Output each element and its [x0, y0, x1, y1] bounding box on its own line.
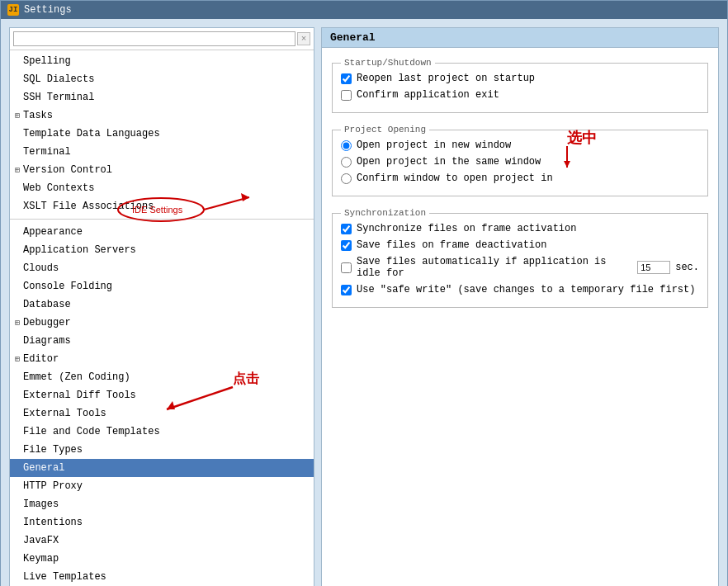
save-deactivation-label: Save files on frame deactivation [357, 239, 546, 251]
sidebar-item-intentions[interactable]: Intentions [10, 513, 314, 532]
safe-write-row: Use "safe write" (save changes to a temp… [341, 284, 699, 295]
sidebar-item-images[interactable]: Images [10, 495, 314, 513]
sync-frame-row: Synchronize files on frame activation [341, 223, 699, 234]
window-title: Settings [24, 4, 72, 16]
safe-write-label: Use "safe write" (save changes to a temp… [357, 284, 695, 295]
save-idle-checkbox[interactable] [341, 262, 352, 273]
save-idle-label: Save files automatically if application … [357, 256, 632, 279]
reopen-last-row: Reopen last project on startup [341, 73, 699, 84]
sidebar-item-database[interactable]: Database [10, 295, 314, 314]
right-panel: General Startup/Shutdown Reopen last pro… [321, 27, 719, 586]
search-clear-button[interactable]: × [297, 32, 310, 45]
sidebar-item-external-diff-tools[interactable]: External Diff Tools [10, 386, 314, 404]
tree-separator [10, 219, 314, 220]
sidebar-item-tasks[interactable]: ⊞Tasks [10, 106, 314, 125]
startup-shutdown-section: Startup/Shutdown Reopen last project on … [332, 58, 708, 113]
main-content: × Spelling SQL Dialects SSH Terminal ⊞Ta… [1, 19, 727, 586]
synchronization-legend: Synchronization [341, 208, 429, 218]
sidebar-item-version-control[interactable]: ⊞Version Control [10, 161, 314, 179]
sidebar-item-keymap[interactable]: Keymap [10, 550, 314, 568]
sidebar-item-console-folding[interactable]: Console Folding [10, 277, 314, 295]
open-new-window-label: Open project in new window [357, 139, 511, 151]
project-opening-legend: Project Opening [341, 125, 429, 135]
sidebar-item-spelling[interactable]: Spelling [10, 52, 314, 70]
title-bar: JI Settings [1, 1, 727, 19]
confirm-exit-checkbox[interactable] [341, 90, 352, 101]
sidebar-item-xslt-file-associations[interactable]: XSLT File Associations [10, 197, 314, 215]
safe-write-checkbox[interactable] [341, 285, 352, 295]
sidebar-item-application-servers[interactable]: Application Servers [10, 241, 314, 259]
sidebar-item-debugger[interactable]: ⊞Debugger [10, 314, 314, 332]
sidebar-item-sql-dialects[interactable]: SQL Dialects [10, 70, 314, 88]
tree-list: Spelling SQL Dialects SSH Terminal ⊞Task… [10, 50, 314, 586]
reopen-last-checkbox[interactable] [341, 73, 352, 84]
confirm-exit-row: Confirm application exit [341, 89, 699, 101]
sidebar-item-javafx[interactable]: JavaFX [10, 532, 314, 550]
open-same-window-label: Open project in the same window [357, 156, 541, 168]
sync-frame-checkbox[interactable] [341, 224, 352, 234]
open-new-window-row: Open project in new window [341, 139, 699, 151]
confirm-window-radio[interactable] [341, 173, 352, 184]
search-input[interactable] [13, 31, 295, 46]
sidebar-item-clouds[interactable]: Clouds [10, 259, 314, 277]
sidebar-item-diagrams[interactable]: Diagrams [10, 332, 314, 350]
synchronization-section: Synchronization Synchronize files on fra… [332, 208, 708, 308]
reopen-last-label: Reopen last project on startup [357, 73, 535, 84]
search-bar: × [10, 28, 314, 50]
sidebar-item-http-proxy[interactable]: HTTP Proxy [10, 477, 314, 495]
confirm-exit-label: Confirm application exit [357, 89, 499, 101]
sidebar-item-general[interactable]: General [10, 459, 314, 477]
open-same-window-radio[interactable] [341, 157, 352, 168]
project-opening-section: Project Opening Open project in new wind… [332, 125, 708, 196]
sidebar-item-file-code-templates[interactable]: File and Code Templates [10, 423, 314, 441]
sidebar-item-file-types[interactable]: File Types [10, 441, 314, 459]
save-idle-row: Save files automatically if application … [341, 256, 699, 279]
sidebar-item-template-data-languages[interactable]: Template Data Languages [10, 125, 314, 143]
sync-frame-label: Synchronize files on frame activation [357, 223, 576, 234]
settings-window: JI Settings × Spelling SQL Dialects SSH … [0, 0, 728, 586]
confirm-window-label: Confirm window to open project in [357, 172, 553, 184]
save-deactivation-checkbox[interactable] [341, 240, 352, 251]
startup-shutdown-legend: Startup/Shutdown [341, 58, 435, 68]
idle-time-input[interactable] [637, 261, 670, 274]
sidebar-item-web-contexts[interactable]: Web Contexts [10, 179, 314, 197]
sidebar-item-appearance[interactable]: Appearance [10, 223, 314, 241]
panel-title: General [322, 28, 718, 48]
open-new-window-radio[interactable] [341, 140, 352, 151]
sidebar-item-live-templates[interactable]: Live Templates [10, 568, 314, 586]
idle-time-suffix: sec. [675, 262, 699, 273]
app-icon: JI [7, 4, 19, 16]
save-deactivation-row: Save files on frame deactivation [341, 239, 699, 251]
panel-content: Startup/Shutdown Reopen last project on … [322, 48, 718, 586]
left-panel: × Spelling SQL Dialects SSH Terminal ⊞Ta… [9, 27, 314, 586]
confirm-window-row: Confirm window to open project in [341, 172, 699, 184]
sidebar-item-ssh-terminal[interactable]: SSH Terminal [10, 88, 314, 106]
sidebar-item-editor[interactable]: ⊞Editor [10, 350, 314, 368]
selected-annotation: 选中 [559, 126, 658, 179]
sidebar-item-external-tools[interactable]: External Tools [10, 404, 314, 423]
sidebar-item-emmet[interactable]: Emmet (Zen Coding) [10, 368, 314, 386]
open-same-window-row: Open project in the same window [341, 156, 699, 168]
sidebar-item-terminal[interactable]: Terminal [10, 143, 314, 161]
